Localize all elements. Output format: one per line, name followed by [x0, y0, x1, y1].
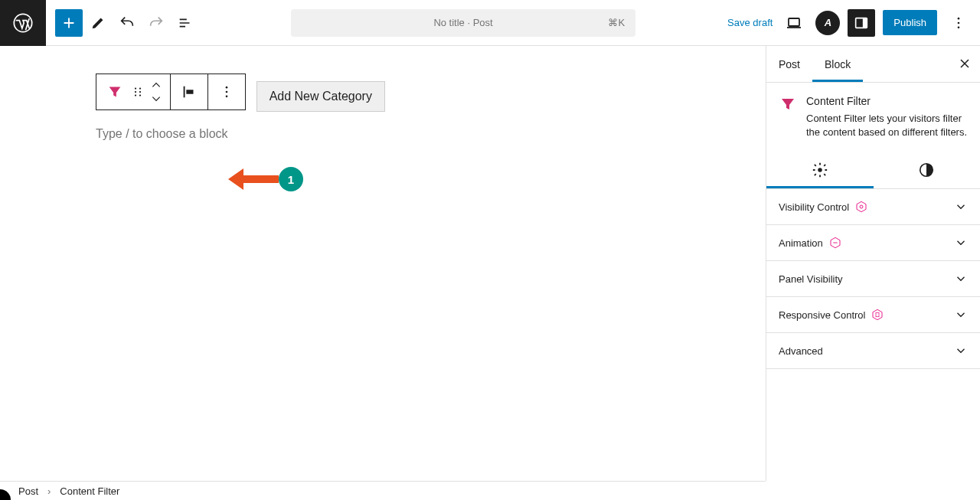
block-title: Content Filter [806, 95, 968, 107]
breadcrumb: Post › Content Filter [0, 481, 766, 500]
toolbar-left [46, 9, 199, 37]
svg-point-4 [958, 17, 960, 19]
svg-point-0 [14, 14, 31, 31]
toolbar-right: Save draft A Publish [727, 9, 980, 37]
panel-panel-visibility[interactable]: Panel Visibility [766, 261, 980, 297]
block-icon [779, 95, 797, 139]
publish-button[interactable]: Publish [883, 10, 937, 35]
chevron-down-icon [954, 272, 968, 286]
move-controls [147, 78, 165, 106]
filter-icon [106, 83, 123, 100]
block-info: Content Filter Content Filter lets your … [766, 83, 980, 152]
svg-point-15 [226, 91, 228, 93]
chevron-down-icon [954, 200, 968, 214]
chevron-down-icon [954, 308, 968, 322]
chevron-right-icon: › [47, 485, 51, 497]
redo-button[interactable] [142, 9, 170, 37]
move-down-button[interactable] [147, 92, 165, 106]
pencil-icon [90, 15, 106, 31]
undo-icon [119, 15, 136, 31]
wp-logo[interactable] [0, 0, 46, 46]
list-icon [177, 15, 194, 31]
svg-point-8 [139, 87, 141, 89]
panel-advanced[interactable]: Advanced [766, 333, 980, 369]
plus-icon [60, 15, 77, 31]
sidebar-tabs: Post Block [766, 46, 980, 83]
align-left-icon [181, 83, 198, 100]
svg-rect-1 [789, 18, 799, 26]
svg-point-14 [226, 87, 228, 89]
block-toolbar [96, 74, 246, 110]
main-area: Add New Category Type / to choose a bloc… [0, 46, 980, 481]
svg-point-6 [958, 26, 960, 28]
panel-label: Panel Visibility [779, 273, 843, 285]
panel-animation[interactable]: Animation [766, 225, 980, 261]
svg-point-7 [135, 87, 136, 89]
undo-button[interactable] [113, 9, 141, 37]
wordpress-icon [12, 12, 34, 34]
chevron-down-icon [954, 236, 968, 250]
svg-point-11 [135, 94, 136, 96]
view-desktop-button[interactable] [780, 9, 808, 37]
arrow-left-icon [227, 167, 280, 191]
block-description: Content Filter lets your visitors filter… [806, 112, 968, 139]
chevron-down-icon [954, 344, 968, 358]
editor-canvas[interactable]: Add New Category Type / to choose a bloc… [0, 46, 766, 481]
document-title-bar[interactable]: No title · Post ⌘K [291, 9, 635, 37]
svg-rect-3 [863, 18, 867, 28]
svg-point-17 [818, 168, 822, 173]
panel-visibility-control[interactable]: Visibility Control [766, 189, 980, 225]
contrast-icon [918, 162, 935, 178]
tab-block[interactable]: Block [812, 46, 863, 82]
plugin-badge[interactable]: A [815, 11, 840, 35]
svg-point-9 [135, 91, 136, 93]
top-toolbar: No title · Post ⌘K Save draft A Publish [0, 0, 980, 46]
kebab-icon [951, 15, 966, 31]
svg-point-10 [139, 91, 141, 93]
drag-handle[interactable] [129, 78, 147, 106]
svg-point-20 [860, 205, 863, 208]
eye-badge-icon [855, 201, 867, 213]
document-overview-button[interactable] [172, 9, 199, 37]
chevron-up-icon [151, 81, 162, 89]
settings-sidebar: Post Block Content Filter Content Filter… [766, 46, 980, 481]
panel-responsive-control[interactable]: Responsive Control [766, 297, 980, 333]
svg-point-12 [139, 94, 141, 96]
annotation: 1 [227, 167, 303, 191]
motion-badge-icon [829, 237, 841, 249]
subtab-settings[interactable] [766, 152, 874, 188]
add-block-button[interactable] [55, 9, 83, 37]
panel-label: Visibility Control [779, 201, 849, 213]
block-type-button[interactable] [101, 78, 129, 106]
align-button[interactable] [175, 78, 203, 106]
breadcrumb-current[interactable]: Content Filter [60, 485, 119, 497]
sidebar-icon [853, 15, 870, 31]
annotation-badge: 1 [279, 167, 303, 191]
inspector-subtabs [766, 152, 980, 189]
svg-point-16 [226, 96, 228, 98]
kebab-icon [219, 84, 234, 100]
command-shortcut: ⌘K [608, 17, 625, 28]
block-options-button[interactable] [213, 78, 240, 106]
panel-label: Animation [779, 237, 823, 249]
tab-post[interactable]: Post [766, 46, 812, 82]
svg-marker-22 [873, 310, 882, 320]
device-badge-icon [871, 309, 884, 321]
move-up-button[interactable] [147, 78, 165, 92]
settings-sidebar-toggle[interactable] [848, 9, 875, 37]
svg-marker-19 [857, 202, 866, 212]
document-title: No title · Post [433, 17, 492, 28]
chevron-down-icon [151, 95, 162, 103]
breadcrumb-root[interactable]: Post [18, 485, 38, 497]
panel-label: Advanced [779, 345, 823, 357]
block-appender-placeholder[interactable]: Type / to choose a block [96, 127, 766, 141]
add-new-category-button[interactable]: Add New Category [256, 81, 385, 112]
drag-icon [131, 85, 145, 99]
subtab-styles[interactable] [874, 152, 981, 188]
save-draft-button[interactable]: Save draft [727, 17, 773, 28]
more-options-button[interactable] [945, 9, 972, 37]
redo-icon [148, 15, 165, 31]
close-sidebar-button[interactable] [956, 55, 974, 74]
laptop-icon [785, 14, 803, 32]
edit-tool-button[interactable] [84, 9, 112, 37]
